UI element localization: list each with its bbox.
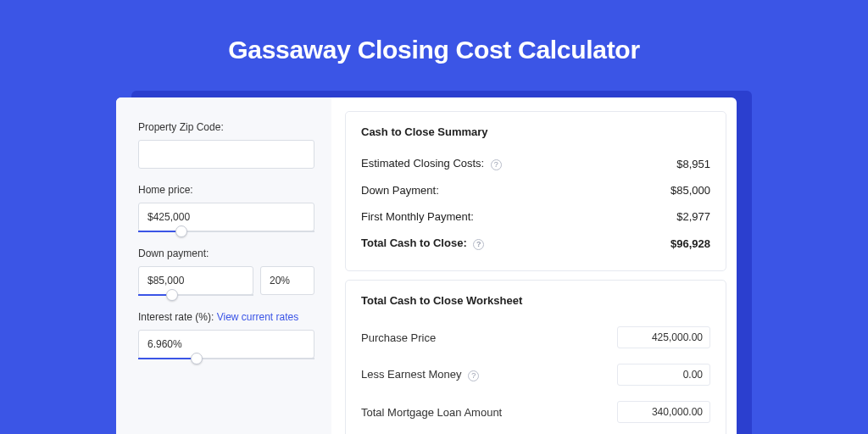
- rate-label-text: Interest rate (%):: [138, 311, 217, 323]
- down-label: Down payment:: [138, 248, 314, 259]
- worksheet-card: Total Cash to Close Worksheet Purchase P…: [345, 280, 726, 434]
- summary-row-value: $8,951: [676, 158, 710, 170]
- view-rates-link[interactable]: View current rates: [217, 311, 299, 323]
- results-panel: Cash to Close Summary Estimated Closing …: [331, 97, 737, 434]
- down-slider-thumb[interactable]: [166, 289, 178, 301]
- worksheet-row-input[interactable]: [617, 326, 710, 348]
- summary-total-label: Total Cash to Close: ?: [361, 236, 484, 250]
- zip-label: Property Zip Code:: [138, 121, 314, 133]
- worksheet-row-label-text: Less Earnest Money: [361, 368, 462, 381]
- worksheet-row: Total Second Mortgage Amount ?: [361, 431, 710, 434]
- worksheet-row-input[interactable]: [617, 364, 710, 386]
- inputs-panel: Property Zip Code: Home price: Down paym…: [116, 97, 331, 434]
- summary-total-row: Total Cash to Close: ? $96,928: [361, 230, 710, 257]
- page-title: Gassaway Closing Cost Calculator: [0, 0, 868, 83]
- rate-slider-thumb[interactable]: [191, 353, 203, 364]
- zip-field: Property Zip Code:: [138, 121, 314, 169]
- summary-row-value: $2,977: [676, 210, 710, 223]
- worksheet-row-label: Purchase Price: [361, 331, 436, 344]
- summary-row-value: $85,000: [670, 184, 710, 197]
- summary-total-value: $96,928: [670, 237, 710, 250]
- price-input[interactable]: [138, 203, 314, 231]
- rate-field: Interest rate (%): View current rates: [138, 311, 314, 359]
- summary-row: First Monthly Payment: $2,977: [361, 203, 710, 230]
- down-input[interactable]: [138, 266, 253, 295]
- worksheet-row-label: Total Mortgage Loan Amount: [361, 406, 502, 419]
- info-icon[interactable]: ?: [491, 159, 502, 170]
- zip-input[interactable]: [138, 140, 314, 169]
- rate-slider[interactable]: [138, 358, 314, 359]
- summary-row-label-text: Estimated Closing Costs:: [361, 157, 484, 170]
- summary-row-label: Down Payment:: [361, 184, 439, 197]
- price-slider-thumb[interactable]: [175, 225, 187, 237]
- worksheet-row-input[interactable]: [617, 401, 710, 423]
- price-field: Home price:: [138, 184, 314, 232]
- worksheet-row: Purchase Price: [361, 319, 710, 356]
- down-field: Down payment:: [138, 248, 314, 296]
- worksheet-heading: Total Cash to Close Worksheet: [361, 294, 710, 307]
- price-label: Home price:: [138, 184, 314, 196]
- down-slider-fill: [138, 294, 166, 296]
- worksheet-row: Total Mortgage Loan Amount: [361, 393, 710, 431]
- price-slider-fill: [138, 231, 175, 232]
- price-slider[interactable]: [138, 231, 314, 232]
- info-icon[interactable]: ?: [473, 239, 484, 250]
- rate-input[interactable]: [138, 330, 314, 359]
- summary-row: Down Payment: $85,000: [361, 177, 710, 203]
- summary-row: Estimated Closing Costs: ? $8,951: [361, 150, 710, 177]
- summary-row-label: Estimated Closing Costs: ?: [361, 157, 502, 170]
- worksheet-row-label: Less Earnest Money ?: [361, 368, 479, 381]
- calculator-frame: Property Zip Code: Home price: Down paym…: [116, 97, 737, 434]
- summary-card: Cash to Close Summary Estimated Closing …: [345, 111, 726, 271]
- summary-total-label-text: Total Cash to Close:: [361, 236, 467, 249]
- info-icon[interactable]: ?: [468, 370, 479, 381]
- summary-heading: Cash to Close Summary: [361, 125, 710, 138]
- rate-label: Interest rate (%): View current rates: [138, 311, 314, 323]
- summary-row-label: First Monthly Payment:: [361, 210, 474, 223]
- worksheet-row: Less Earnest Money ?: [361, 356, 710, 393]
- down-percent-input[interactable]: [260, 266, 314, 295]
- down-slider[interactable]: [138, 294, 253, 296]
- rate-slider-fill: [138, 358, 191, 359]
